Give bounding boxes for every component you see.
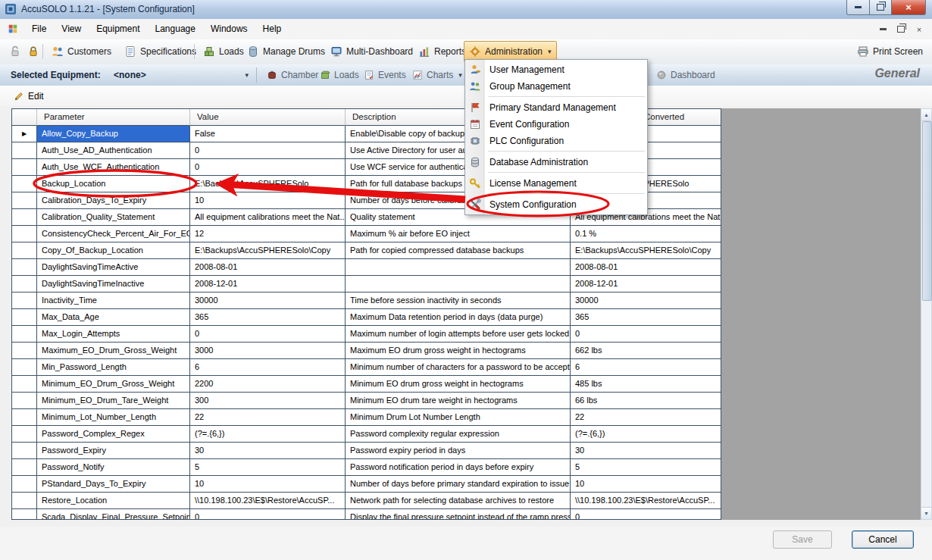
grid-cell[interactable]: Maximum % air before EO inject (346, 226, 571, 242)
column-header-parameter[interactable]: Parameter (37, 109, 190, 126)
customers-button[interactable]: Customers (47, 42, 116, 61)
grid-cell[interactable]: 5 (190, 459, 346, 476)
grid-cell[interactable]: Password notification period in days bef… (346, 459, 571, 476)
menu-item-event-configuration[interactable]: Event Configuration (465, 116, 647, 133)
grid-cell[interactable]: 0 (190, 326, 346, 343)
grid-cell[interactable]: 0 (190, 142, 346, 159)
grid-cell[interactable]: 662 lbs (571, 343, 721, 359)
table-row[interactable]: Minimum_EO_Drum_Tare_Weight300Minimum EO… (12, 393, 721, 409)
grid-cell[interactable]: E:\Backups\AccuSPHERESolo\Copy (190, 242, 346, 259)
grid-cell[interactable]: \\10.198.100.23\E$\Restore\AccuSP... (190, 493, 346, 509)
grid-cell[interactable]: 10 (571, 476, 721, 493)
lock-button[interactable] (23, 42, 44, 61)
grid-cell[interactable]: Minimum_EO_Drum_Tare_Weight (37, 393, 190, 409)
menu-item-database-administration[interactable]: Database Administration (465, 154, 647, 171)
menu-windows[interactable]: Windows (203, 19, 255, 39)
charts-button[interactable]: Charts ▾ (408, 67, 467, 83)
menu-help[interactable]: Help (255, 19, 289, 39)
menu-view[interactable]: View (54, 19, 89, 39)
grid-cell[interactable]: Maximum_EO_Drum_Gross_Weight (37, 343, 190, 359)
grid-cell[interactable]: Number of days before primary standard e… (346, 476, 571, 493)
grid-cell[interactable]: DaylightSavingTimeInactive (37, 276, 190, 293)
grid-cell[interactable]: Allow_Copy_Backup (37, 126, 190, 142)
grid-cell[interactable]: ConsistencyCheck_Percent_Air_For_EO (37, 226, 190, 242)
grid-cell[interactable]: 30000 (571, 293, 721, 309)
grid-cell[interactable]: 6 (190, 359, 346, 376)
grid-cell[interactable]: (?=.{6,}) (190, 426, 346, 443)
table-row[interactable]: Inactivity_Time30000Time before session … (12, 293, 721, 309)
minimize-button[interactable] (846, 0, 870, 15)
grid-cell[interactable]: Restore_Location (37, 493, 190, 509)
grid-cell[interactable]: 66 lbs (571, 393, 721, 409)
save-button[interactable]: Save (773, 530, 832, 549)
mdi-restore-button[interactable] (893, 23, 909, 36)
grid-cell[interactable]: 2200 (190, 376, 346, 393)
grid-cell[interactable]: Max_Login_Attempts (37, 326, 190, 343)
dashboard-button[interactable]: Dashboard (652, 67, 720, 83)
grid-cell[interactable]: Auth_Use_AD_Authentication (37, 142, 190, 159)
grid-cell[interactable] (346, 276, 571, 293)
grid-cell[interactable]: 2008-12-01 (571, 276, 721, 293)
grid-cell[interactable]: 6 (571, 359, 721, 376)
grid-cell[interactable]: Display the final pressure setpoint inst… (346, 509, 571, 520)
table-row[interactable]: Minimum_EO_Drum_Gross_Weight2200Minimum … (12, 376, 721, 393)
grid-cell[interactable]: 30 (571, 443, 721, 459)
menu-item-primary-standard-management[interactable]: Primary Standard Management (465, 99, 647, 116)
table-row[interactable]: Password_Expiry30Password expiry period … (12, 443, 721, 459)
multi-dashboard-button[interactable]: Multi-Dashboard (326, 42, 418, 61)
grid-cell[interactable]: 0.1 % (571, 226, 721, 242)
grid-cell[interactable]: \\10.198.100.23\E$\Restore\AccuSP... (571, 493, 721, 509)
grid-cell[interactable]: 22 (190, 409, 346, 426)
table-row[interactable]: Max_Data_Age365Maximum Data retention pe… (12, 309, 721, 326)
grid-cell[interactable]: Path for copied compressed database back… (346, 242, 571, 259)
grid-cell[interactable]: 30000 (190, 293, 346, 309)
grid-cell[interactable]: Password_Expiry (37, 443, 190, 459)
menu-item-license-management[interactable]: License Management (465, 175, 647, 192)
grid-cell[interactable]: Copy_Of_Backup_Location (37, 242, 190, 259)
mdi-close-button[interactable]: × (911, 23, 927, 36)
grid-cell[interactable]: DaylightSavingTimeActive (37, 259, 190, 276)
grid-cell[interactable]: 0 (571, 509, 721, 520)
grid-cell[interactable]: 0 (190, 509, 346, 520)
grid-cell[interactable]: (?=.{6,}) (571, 426, 721, 443)
grid-cell[interactable]: All equipment calibrations meet the Nat.… (190, 209, 346, 226)
grid-cell[interactable]: E:\Backups\AccuSPHERESolo (190, 176, 346, 192)
grid-cell[interactable]: Minimum number of characters for a passw… (346, 359, 571, 376)
grid-cell[interactable]: 2008-08-01 (571, 259, 721, 276)
grid-cell[interactable]: Password expiry period in days (346, 443, 571, 459)
menu-item-group-management[interactable]: Group Management (465, 78, 647, 95)
grid-cell[interactable]: 10 (190, 476, 346, 493)
specifications-button[interactable]: Specifications (120, 42, 201, 61)
grid-cell[interactable]: Minimum EO drum gross weight in hectogra… (346, 376, 571, 393)
grid-cell[interactable]: Calibration_Days_To_Expiry (37, 192, 190, 209)
table-row[interactable]: Restore_Location\\10.198.100.23\E$\Resto… (12, 493, 721, 509)
mdi-minimize-button[interactable] (874, 23, 891, 36)
scroll-up-icon[interactable]: ▲ (921, 109, 931, 121)
grid-cell[interactable]: Inactivity_Time (37, 293, 190, 309)
scrollbar-thumb[interactable] (922, 121, 932, 301)
chamber-button[interactable]: Chamber (262, 67, 323, 83)
grid-cell[interactable]: 10 (190, 192, 346, 209)
loads-toggle-button[interactable]: Loads (315, 67, 364, 83)
table-row[interactable]: DaylightSavingTimeInactive2008-12-012008… (12, 276, 721, 293)
grid-cell[interactable]: Max_Data_Age (37, 309, 190, 326)
cancel-button[interactable]: Cancel (852, 530, 914, 549)
grid-cell[interactable]: 2008-12-01 (190, 276, 346, 293)
grid-cell[interactable]: 0 (571, 326, 721, 343)
scroll-down-icon[interactable]: ▼ (921, 507, 931, 519)
grid-cell[interactable]: 30 (190, 443, 346, 459)
table-row[interactable]: Password_Notify5Password notification pe… (12, 459, 721, 476)
grid-cell[interactable]: Min_Password_Length (37, 359, 190, 376)
column-header-value[interactable]: Value (190, 109, 346, 126)
grid-cell[interactable]: 3000 (190, 343, 346, 359)
grid-cell[interactable]: 5 (571, 459, 721, 476)
close-button[interactable]: × (892, 0, 926, 15)
grid-cell[interactable]: 0 (190, 159, 346, 176)
grid-cell[interactable]: Scada_Display_Final_Pressure_Setpoint (37, 509, 190, 520)
grid-cell[interactable]: E:\Backups\AccuSPHERESolo\Copy (571, 242, 721, 259)
menu-item-user-management[interactable]: User Management (465, 61, 647, 78)
menu-file[interactable]: File (24, 19, 54, 39)
grid-cell[interactable]: Password_Complex_Regex (37, 426, 190, 443)
table-row[interactable]: Maximum_EO_Drum_Gross_Weight3000Maximum … (12, 343, 721, 359)
table-row[interactable]: DaylightSavingTimeActive2008-08-012008-0… (12, 259, 721, 276)
